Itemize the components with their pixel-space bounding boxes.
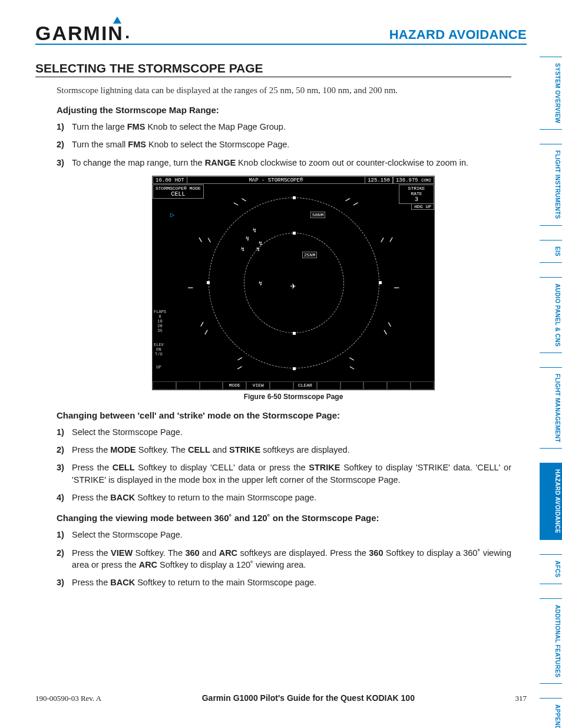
tick-icon: ⎯: [188, 279, 193, 289]
tab-hazard-avoidance[interactable]: HAZARD AVOIDANCE: [540, 463, 562, 540]
step: Select the Stormscope Page.: [57, 529, 511, 541]
tick-icon: ⎯⎺: [198, 233, 211, 246]
softkey[interactable]: [340, 381, 364, 390]
figure-caption: Figure 6-50 Stormscope Page: [75, 393, 511, 401]
lightning-icon: ↯: [253, 227, 256, 234]
tick-icon: ⎯: [394, 279, 399, 289]
step: Press the VIEW Softkey. The 360 and ARC …: [57, 547, 511, 571]
softkey[interactable]: [411, 381, 434, 390]
step: Select the Stormscope Page.: [57, 426, 511, 438]
range-outer-badge: 50NM: [310, 212, 325, 218]
mode-box: STORMSCOPE® MODE CELL: [153, 185, 204, 199]
step: Press the BACK Softkey to return to the …: [57, 577, 511, 588]
lightning-icon: ↯: [259, 280, 262, 287]
step: Press the BACK Softkey to return to the …: [57, 492, 511, 503]
tab-afcs[interactable]: AFCS: [540, 554, 562, 584]
tab-eis[interactable]: EIS: [540, 240, 562, 263]
softkey[interactable]: [200, 381, 223, 390]
step: Press the CELL Softkey to display 'CELL'…: [57, 462, 511, 486]
procedure-steps-3: Select the Stormscope Page. Press the VI…: [57, 529, 511, 588]
procedure-heading-1: Adjusting the Stormscope Map Range:: [57, 105, 511, 115]
softkey-view[interactable]: VIEW: [246, 381, 270, 390]
tick-icon: ⎯⎺: [233, 357, 246, 370]
softkey[interactable]: [153, 381, 176, 390]
stormscope-display: 16.80 HOT MAP - STORMSCOPE® 125.150 136.…: [152, 176, 435, 390]
procedure-steps-1: Turn the large FMS Knob to select the Ma…: [57, 121, 511, 169]
tick-icon: ⎺⎯: [381, 233, 394, 246]
tick-icon: ⎺⎯: [345, 357, 358, 370]
hdg-label: HDG UP: [411, 203, 434, 210]
tab-additional-features[interactable]: ADDITIONAL FEATURES: [540, 598, 562, 684]
doc-number: 190-00590-03 Rev. A: [35, 694, 101, 703]
heading-bug-icon: ▷: [170, 210, 174, 219]
step: Turn the large FMS Knob to select the Ma…: [57, 121, 511, 133]
brand-text: GARMIN: [35, 24, 124, 42]
elev-gauge: ELEV DN T/O UP: [154, 342, 164, 370]
doc-title: Garmin G1000 Pilot's Guide for the Quest…: [202, 693, 415, 703]
tab-flight-instruments[interactable]: FLIGHT INSTRUMENTS: [540, 144, 562, 226]
step: Press the MODE Softkey. The CELL and STR…: [57, 444, 511, 456]
tick-icon: ⎺⎯: [381, 322, 394, 335]
ownship-icon: ✈: [290, 280, 296, 292]
side-tabs: SYSTEM OVERVIEW FLIGHT INSTRUMENTS EIS A…: [540, 57, 562, 728]
softkey[interactable]: [387, 381, 411, 390]
page-number: 317: [515, 694, 527, 703]
tick-icon: ⎯⎺: [198, 322, 211, 335]
lightning-icon: ↯: [246, 235, 249, 242]
flaps-gauge: FLAPS 0 10 20 35: [154, 309, 166, 333]
tick-icon: ⎯⎺: [233, 196, 246, 209]
lightning-icon: ↯: [241, 246, 244, 253]
procedure-steps-2: Select the Stormscope Page. Press the MO…: [57, 426, 511, 503]
chapter-title: HAZARD AVOIDANCE: [389, 27, 527, 42]
tick-icon: ⎺⎯: [345, 196, 358, 209]
softkey[interactable]: [176, 381, 200, 390]
procedure-heading-2: Changing between 'cell' and 'strike' mod…: [57, 410, 511, 420]
softkey-clear[interactable]: CLEAR: [293, 381, 317, 390]
garmin-logo: GARMIN.: [35, 22, 130, 42]
softkey[interactable]: [317, 381, 340, 390]
figure-stormscope: 16.80 HOT MAP - STORMSCOPE® 125.150 136.…: [75, 176, 511, 401]
page-footer: 190-00590-03 Rev. A Garmin G1000 Pilot's…: [35, 693, 527, 703]
intro-paragraph: Stormscope lightning data can be display…: [57, 85, 511, 95]
softkey[interactable]: [270, 381, 293, 390]
page-header: GARMIN. HAZARD AVOIDANCE: [35, 22, 527, 45]
step: Turn the small FMS Knob to select the St…: [57, 139, 511, 150]
tab-flight-management[interactable]: FLIGHT MANAGEMENT: [540, 367, 562, 449]
softkey-bar: MODE VIEW CLEAR: [153, 381, 434, 390]
tab-appendices[interactable]: APPENDICES: [540, 698, 562, 728]
softkey[interactable]: [363, 381, 387, 390]
step: To change the map range, turn the RANGE …: [57, 157, 511, 169]
tab-system-overview[interactable]: SYSTEM OVERVIEW: [540, 57, 562, 130]
section-heading: SELECTING THE STORMSCOPE PAGE: [35, 61, 511, 77]
strike-rate-box: STRIKE RATE 3: [399, 185, 434, 204]
softkey-mode[interactable]: MODE: [223, 381, 246, 390]
lightning-icon: ↯: [256, 246, 260, 253]
procedure-heading-3: Changing the viewing mode between 360˚ a…: [57, 513, 511, 523]
range-inner-badge: 25NM: [302, 252, 317, 258]
tab-audio-cns[interactable]: AUDIO PANEL & CNS: [540, 277, 562, 353]
